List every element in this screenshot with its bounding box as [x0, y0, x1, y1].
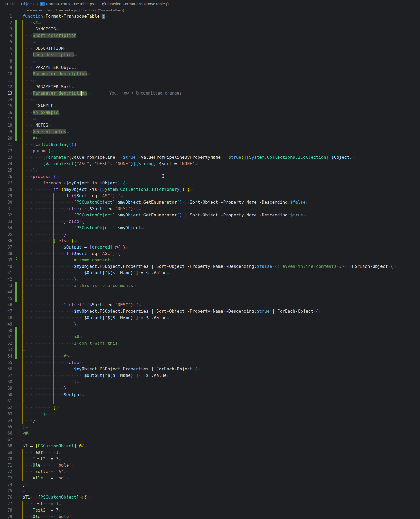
code-text[interactable]: ····················[PSCustomObject]·$my…	[22, 199, 308, 206]
codelens-references[interactable]: 5 references	[22, 8, 42, 12]
code-text[interactable]: }↵	[22, 481, 28, 488]
code-line[interactable]: 12····.PARAMETER·Sort↵	[0, 84, 420, 90]
code-text[interactable]: ············}·else·{↵	[22, 238, 77, 244]
line-number[interactable]: 22	[0, 148, 12, 154]
line-number[interactable]: 26	[0, 173, 12, 180]
code-line[interactable]: 31················}·elseif·($Sort·-eq·'D…	[0, 206, 420, 212]
code-text[interactable]: ····Long·description↵	[22, 52, 77, 58]
code-line[interactable]: 38················if·($Sort·-eq·'ASC')·{…	[0, 250, 420, 257]
line-number[interactable]: 7	[0, 52, 12, 58]
code-line[interactable]: 73····Alle···=·'sd'↵	[0, 475, 420, 481]
line-number[interactable]: 45	[0, 295, 12, 302]
code-text[interactable]: ····.EXAMPLE↵	[22, 103, 56, 109]
code-text[interactable]: ····An·example↵	[22, 109, 61, 116]
line-number[interactable]: 75	[0, 488, 12, 494]
line-number[interactable]: 2	[0, 20, 12, 26]
line-number[interactable]: 64	[0, 417, 12, 424]
line-number[interactable]: 61	[0, 398, 12, 404]
code-line[interactable]: 39····················#·some·comment↵	[0, 257, 420, 263]
code-line[interactable]: 25····)↵	[0, 167, 420, 173]
code-text[interactable]: $T1·=·[PSCustomObject]·@{↵	[22, 494, 90, 501]
code-text[interactable]: ····#>↵	[22, 135, 41, 141]
code-text[interactable]: ····················$myObject.PSObject.P…	[22, 263, 396, 270]
line-number[interactable]: 9	[0, 64, 12, 71]
line-number[interactable]: 73	[0, 475, 12, 481]
line-number[interactable]: 68	[0, 443, 12, 449]
code-text[interactable]: ········[Parameter(ValueFromPipeline·=·$…	[22, 154, 355, 161]
line-number[interactable]: 30	[0, 199, 12, 206]
line-number[interactable]: 13	[0, 90, 12, 96]
code-text[interactable]: ········}↵	[22, 411, 48, 417]
line-number[interactable]: 78	[0, 507, 12, 513]
line-number[interactable]: 15	[0, 103, 12, 109]
line-number[interactable]: 50	[0, 327, 12, 334]
code-line[interactable]: 65}↵	[0, 424, 420, 430]
line-number[interactable]: 39	[0, 257, 12, 263]
code-text[interactable]: ····Trolle·=·'A'↵	[22, 468, 67, 475]
code-text[interactable]: ↵	[22, 436, 25, 443]
code-line[interactable]: 16····An·example↵	[0, 109, 420, 116]
code-text[interactable]: ····.DESCRIPTION↵	[22, 45, 67, 52]
code-line[interactable]: 24········[ValidateSet("ASC",·"DESC",·"N…	[0, 161, 420, 167]
line-number[interactable]: 27	[0, 180, 12, 186]
code-line[interactable]: 18····.NOTES↵	[0, 122, 420, 129]
code-text[interactable]: ↵	[22, 289, 25, 295]
code-line[interactable]: 4····Short·description↵	[0, 32, 420, 39]
code-text[interactable]: ············}↵	[22, 404, 59, 411]
code-line[interactable]: 23········[Parameter(ValueFromPipeline·=…	[0, 154, 420, 161]
code-text[interactable]: ····················}↵	[22, 276, 79, 282]
line-number[interactable]: 41	[0, 270, 12, 276]
line-number[interactable]: 33	[0, 218, 12, 225]
line-number[interactable]: 65	[0, 424, 12, 430]
code-text[interactable]: ················}·else·{↵	[22, 359, 87, 366]
code-line[interactable]: 13····Parameter·description↵	[0, 90, 420, 96]
line-number[interactable]: 10	[0, 71, 12, 77]
code-line[interactable]: 68$T·=·[PSCustomObject]·@{↵	[0, 443, 420, 449]
line-number[interactable]: 51	[0, 334, 12, 340]
code-line[interactable]: 62············}↵	[0, 404, 420, 411]
code-text[interactable]: ····.PARAMETER·Sort↵	[22, 84, 74, 90]
line-number[interactable]: 46	[0, 302, 12, 308]
code-text[interactable]: ····.SYNOPSIS↵	[22, 26, 59, 32]
code-line[interactable]: 58····················}↵	[0, 379, 420, 385]
line-number[interactable]: 11	[0, 77, 12, 84]
line-number[interactable]: 77	[0, 501, 12, 507]
code-text[interactable]: ····.PARAMETER·Object↵	[22, 64, 79, 71]
code-text[interactable]: ····)↵	[22, 167, 38, 173]
code-editor[interactable]: 5 references|You, 1 second ago|3 authors…	[0, 7, 420, 519]
line-number[interactable]: 49	[0, 321, 12, 327]
line-number[interactable]: 48	[0, 315, 12, 321]
line-number[interactable]: 28	[0, 186, 12, 193]
snippet-placeholder[interactable]: An·example	[33, 110, 59, 115]
code-text[interactable]: ················if·($Sort·-eq·'ASC')·{↵	[22, 250, 123, 257]
line-number[interactable]: 4	[0, 32, 12, 39]
line-number[interactable]: 32	[0, 212, 12, 218]
code-line[interactable]: 49····················}↵	[0, 321, 420, 327]
code-line[interactable]: 6····.DESCRIPTION↵	[0, 45, 420, 52]
code-line[interactable]: 29················if·($Sort·-eq·'ASC')·{…	[0, 193, 420, 199]
code-line[interactable]: 42····················}↵	[0, 276, 420, 282]
line-number[interactable]: 43	[0, 282, 12, 289]
code-text[interactable]: ↵	[22, 327, 25, 334]
code-line[interactable]: 50↵	[0, 327, 420, 334]
line-number[interactable]: 56	[0, 366, 12, 372]
codelens-authors[interactable]: 3 authors (You and others)	[81, 8, 124, 12]
code-text[interactable]: ················if·($Sort·-eq·'ASC')·{↵	[22, 193, 123, 199]
breadcrumb-item[interactable]: function Format-TransposeTable ()	[102, 2, 169, 6]
line-number[interactable]: 19	[0, 129, 12, 135]
code-text[interactable]: }↵	[22, 424, 28, 430]
line-number[interactable]: 54	[0, 353, 12, 359]
line-number[interactable]: 34	[0, 225, 12, 231]
code-text[interactable]: ················$Output↵	[22, 392, 84, 398]
code-text[interactable]: ························$Output["$($_.Na…	[22, 315, 169, 321]
code-text[interactable]: ····················}↵	[22, 379, 79, 385]
code-line[interactable]: 33················}·else·{↵	[0, 218, 420, 225]
code-text[interactable]: ················$Output·=·[ordered]·@{·}…	[22, 244, 128, 250]
line-number[interactable]: 63	[0, 411, 12, 417]
breadcrumb-item[interactable]: Objects	[21, 2, 35, 6]
code-text[interactable]: ························$Output["$($_.Na…	[22, 270, 169, 276]
code-text[interactable]: ····Parameter·description↵	[22, 71, 90, 77]
line-number[interactable]: 1	[0, 13, 12, 20]
code-text[interactable]: ····················#·some·comment↵	[22, 257, 113, 263]
code-line[interactable]: 21····[CmdletBinding()]↵	[0, 141, 420, 148]
